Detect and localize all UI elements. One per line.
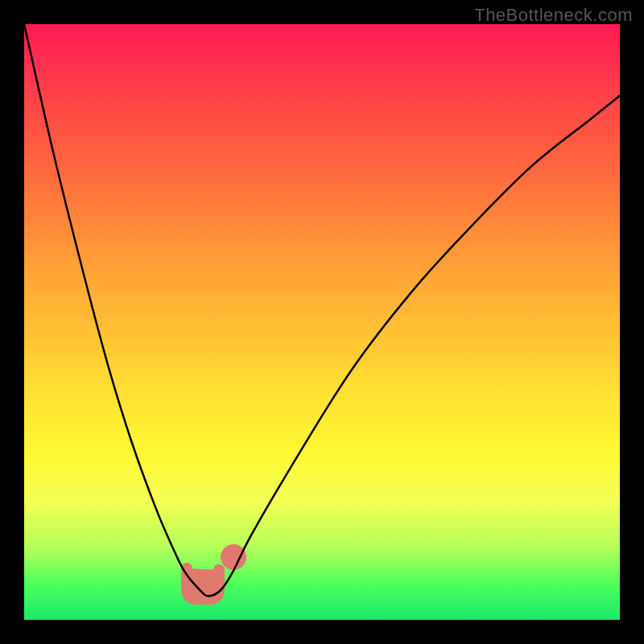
curve-svg (24, 24, 620, 620)
watermark-text: TheBottleneck.com (474, 5, 633, 26)
curve-line (24, 24, 620, 596)
chart-container: TheBottleneck.com (0, 0, 644, 644)
plot-area (24, 24, 620, 620)
